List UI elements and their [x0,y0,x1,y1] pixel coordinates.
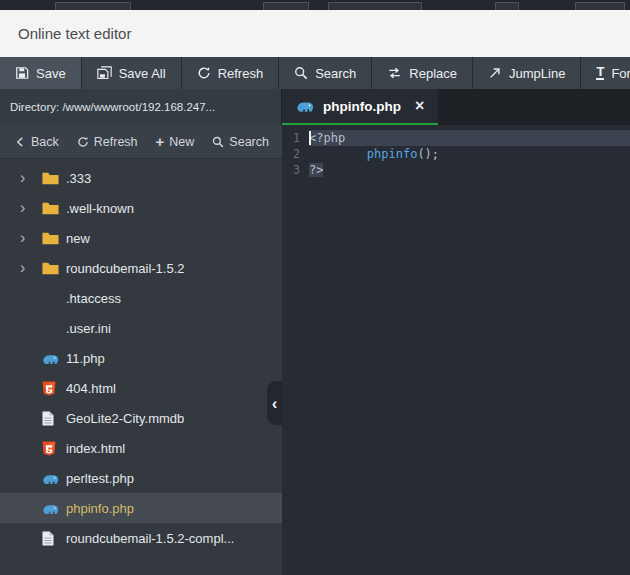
search-button[interactable]: Search [279,57,372,89]
tree-item-user-ini[interactable]: .user.ini [0,313,282,343]
code-line-2[interactable]: 2 phpinfo(); [282,146,630,162]
tree-item-label: 11.php [66,351,105,366]
save-all-icon [97,66,112,81]
background-page-strip [0,0,630,10]
tree-item-label: 404.html [66,381,116,396]
refresh-button[interactable]: Refresh [182,57,280,89]
replace-button[interactable]: Replace [372,57,473,89]
text-cursor [309,131,311,145]
code-line-1[interactable]: 1 <?php [282,130,630,146]
modal-header: Online text editor [0,10,630,57]
file-tree-toolbar: Back Refresh + New Search [0,125,282,159]
jumpline-label: JumpLine [509,66,565,81]
tree-item-phpinfo-php[interactable]: phpinfo.php [0,493,282,523]
html-icon [42,381,66,396]
back-label: Back [31,135,59,149]
font-icon: T [596,66,604,80]
font-button[interactable]: T Font [581,57,630,89]
tree-item-label: perltest.php [66,471,134,486]
directory-path-label: Directory: /www/wwwroot/192.168.247... [10,101,215,113]
tree-item-label: phpinfo.php [66,501,134,516]
code-line-content: ?> [309,162,630,178]
tree-item-label: .user.ini [66,321,111,336]
new-label: New [169,135,194,149]
php-icon [42,352,66,365]
save-all-label: Save All [119,66,166,81]
chevron-right-icon[interactable]: › [20,260,42,276]
background-fragment [495,2,519,10]
folder-icon [42,231,66,245]
jumpline-button[interactable]: JumpLine [473,57,581,89]
code-line-3[interactable]: 3 ?> [282,162,630,178]
refresh-label: Refresh [218,66,264,81]
php-icon [296,99,315,113]
folder-icon [42,201,66,215]
tree-item-label: GeoLite2-City.mmdb [66,411,184,426]
tree-item-333[interactable]: › .333 [0,163,282,193]
line-number: 1 [282,130,309,146]
tree-search-label: Search [229,135,269,149]
save-button[interactable]: Save [0,57,82,89]
tree-item-geolite2-mmdb[interactable]: GeoLite2-City.mmdb [0,403,282,433]
tree-item-well-known[interactable]: › .well-known [0,193,282,223]
code-token: (); [417,147,439,161]
tree-item-label: .htaccess [66,291,121,306]
file-tree-panel: Back Refresh + New Search [0,125,282,575]
tree-item-label: .well-known [66,201,134,216]
new-file-button[interactable]: + New [147,125,204,158]
file-tree: › .333 › .well-known › [0,159,282,575]
tab-bar: phpinfo.php × [282,89,630,125]
code-token-function: phpinfo [367,147,418,161]
save-icon [15,66,29,80]
tree-item-11-php[interactable]: 11.php [0,343,282,373]
page-title: Online text editor [18,25,131,42]
file-icon [42,411,66,426]
path-tab-row: Directory: /www/wwwroot/192.168.247... p… [0,89,630,125]
code-line-content: phpinfo(); [309,146,630,162]
code-indent [309,147,367,161]
folder-icon [42,261,66,275]
tree-item-htaccess[interactable]: .htaccess [0,283,282,313]
collapse-panel-handle[interactable]: ‹ [267,381,282,425]
background-fragment [55,2,131,10]
font-label: Font [611,66,630,81]
chevron-right-icon[interactable]: › [20,170,42,186]
line-number: 3 [282,162,309,178]
chevron-right-icon[interactable]: › [20,230,42,246]
background-fragment [575,2,625,10]
tree-refresh-label: Refresh [94,135,138,149]
tree-item-new[interactable]: › new [0,223,282,253]
tree-item-roundcubemail[interactable]: › roundcubemail-1.5.2 [0,253,282,283]
replace-label: Replace [409,66,457,81]
back-icon [15,136,26,148]
directory-path: Directory: /www/wwwroot/192.168.247... [0,89,282,125]
tree-search-button[interactable]: Search [203,125,278,158]
folder-icon [42,171,66,185]
close-tab-icon[interactable]: × [415,97,424,115]
save-label: Save [36,66,66,81]
search-label: Search [315,66,356,81]
html-icon [42,441,66,456]
tree-item-label: .333 [66,171,91,186]
tab-label: phpinfo.php [323,99,401,114]
code-editor[interactable]: 1 <?php 2 phpinfo(); 3 ?> [282,125,630,575]
tab-phpinfo-php[interactable]: phpinfo.php × [282,89,438,125]
php-icon [42,502,66,515]
search-icon [294,66,308,80]
jumpline-icon [488,66,502,80]
replace-icon [387,66,402,80]
back-button[interactable]: Back [6,125,68,158]
tree-item-index-html[interactable]: index.html [0,433,282,463]
save-all-button[interactable]: Save All [82,57,182,89]
background-fragment [263,2,309,10]
tree-item-perltest-php[interactable]: perltest.php [0,463,282,493]
refresh-icon [197,66,211,80]
code-token: <?php [309,131,345,145]
code-token-highlighted: ?> [309,163,323,177]
chevron-right-icon[interactable]: › [20,200,42,216]
tree-item-roundcubemail-archive[interactable]: roundcubemail-1.5.2-compl... [0,523,282,553]
tree-refresh-button[interactable]: Refresh [68,125,147,158]
refresh-icon [77,136,89,148]
editor-body: Back Refresh + New Search [0,125,630,575]
tree-item-404-html[interactable]: 404.html [0,373,282,403]
